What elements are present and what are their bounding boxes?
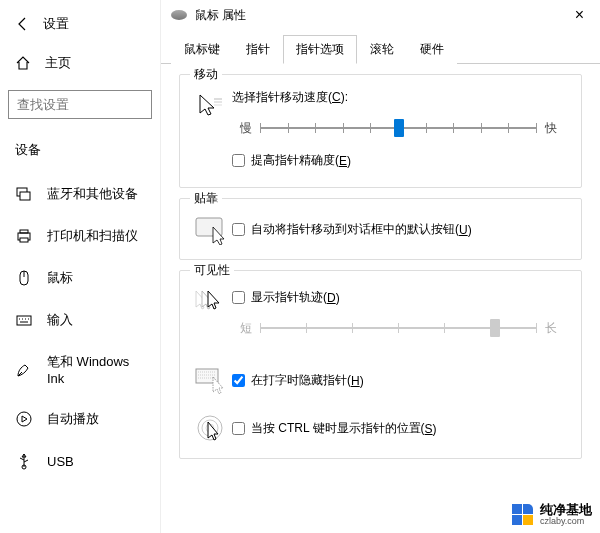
enhance-precision-checkbox[interactable]: 提高指针精确度(E): [232, 152, 565, 169]
enhance-precision-input[interactable]: [232, 154, 245, 167]
sidebar-item-autoplay[interactable]: 自动播放: [0, 398, 160, 440]
snap-legend: 贴靠: [190, 190, 222, 207]
bluetooth-icon: [15, 185, 33, 203]
visibility-legend: 可见性: [190, 262, 234, 279]
sidebar-item-typing[interactable]: 输入: [0, 299, 160, 341]
snap-group: 贴靠 自动将指针移动到对话框中的默认按钮(U): [179, 198, 582, 260]
pen-icon: [15, 361, 33, 379]
mouse-properties-dialog: 鼠标 属性 × 鼠标键 指针 指针选项 滚轮 硬件 移动: [160, 0, 600, 533]
sidebar-home[interactable]: 主页: [0, 46, 160, 80]
sidebar-item-label: 输入: [47, 311, 73, 329]
speed-label: 选择指针移动速度(C):: [232, 89, 565, 106]
ctrl-locate-checkbox[interactable]: 当按 CTRL 键时显示指针的位置(S): [232, 420, 565, 437]
svg-rect-7: [17, 316, 31, 325]
settings-title: 设置: [43, 15, 69, 33]
sidebar-item-bluetooth[interactable]: 蓝牙和其他设备: [0, 173, 160, 215]
watermark-logo-icon: [512, 504, 534, 526]
ctrl-locate-icon: [192, 410, 232, 444]
sidebar-item-label: 蓝牙和其他设备: [47, 185, 138, 203]
tab-wheel[interactable]: 滚轮: [357, 35, 407, 64]
mouse-title-icon: [171, 10, 187, 20]
dialog-title-text: 鼠标 属性: [195, 7, 246, 24]
search-input-container[interactable]: [8, 90, 152, 119]
tab-buttons[interactable]: 鼠标键: [171, 35, 233, 64]
sidebar-item-label: USB: [47, 454, 74, 469]
svg-rect-1: [20, 192, 30, 200]
ctrl-locate-input[interactable]: [232, 422, 245, 435]
watermark-url: czlaby.com: [540, 517, 592, 527]
sidebar-item-pen[interactable]: 笔和 Windows Ink: [0, 341, 160, 398]
tab-pointers[interactable]: 指针: [233, 35, 283, 64]
settings-sidebar: 设置 主页 设备 蓝牙和其他设备 打印机和扫描仪: [0, 0, 160, 533]
slow-label: 慢: [232, 120, 260, 137]
mouse-icon: [15, 269, 33, 287]
motion-legend: 移动: [190, 66, 222, 83]
search-input[interactable]: [17, 97, 143, 112]
motion-group: 移动 选择指针移动速度(C): 慢: [179, 74, 582, 188]
usb-icon: [15, 452, 33, 470]
trails-checkbox[interactable]: 显示指针轨迹(D): [232, 289, 565, 306]
visibility-group: 可见性 显示指针轨迹(D): [179, 270, 582, 459]
long-label: 长: [537, 320, 565, 337]
home-icon: [15, 55, 31, 71]
back-icon[interactable]: [15, 16, 31, 32]
speed-slider[interactable]: [260, 116, 537, 140]
sidebar-item-mouse[interactable]: 鼠标: [0, 257, 160, 299]
tab-hardware[interactable]: 硬件: [407, 35, 457, 64]
svg-point-14: [17, 412, 31, 426]
dialog-tabs: 鼠标键 指针 指针选项 滚轮 硬件: [161, 34, 600, 64]
sidebar-section-label: 设备: [0, 137, 160, 163]
snap-checkbox[interactable]: 自动将指针移动到对话框中的默认按钮(U): [232, 221, 565, 238]
svg-rect-4: [20, 238, 28, 242]
sidebar-item-label: 笔和 Windows Ink: [47, 353, 145, 386]
trails-slider: [260, 316, 537, 340]
fast-label: 快: [537, 120, 565, 137]
snap-icon: [192, 213, 232, 245]
sidebar-item-label: 鼠标: [47, 269, 73, 287]
tab-pointer-options[interactable]: 指针选项: [283, 35, 357, 64]
hide-typing-input[interactable]: [232, 374, 245, 387]
home-label: 主页: [45, 54, 71, 72]
hide-typing-icon: [192, 364, 232, 394]
printer-icon: [15, 227, 33, 245]
close-icon[interactable]: ×: [569, 6, 590, 24]
hide-typing-checkbox[interactable]: 在打字时隐藏指针(H): [232, 372, 565, 389]
autoplay-icon: [15, 410, 33, 428]
sidebar-item-usb[interactable]: USB: [0, 440, 160, 482]
keyboard-icon: [15, 311, 33, 329]
snap-input[interactable]: [232, 223, 245, 236]
short-label: 短: [232, 320, 260, 337]
motion-cursor-icon: [192, 89, 232, 121]
svg-rect-3: [20, 230, 28, 233]
watermark: 纯净基地 czlaby.com: [512, 503, 592, 527]
sidebar-item-label: 自动播放: [47, 410, 99, 428]
sidebar-item-printers[interactable]: 打印机和扫描仪: [0, 215, 160, 257]
trails-icon: [192, 285, 232, 315]
watermark-name: 纯净基地: [540, 503, 592, 517]
trails-input[interactable]: [232, 291, 245, 304]
sidebar-item-label: 打印机和扫描仪: [47, 227, 138, 245]
dialog-titlebar: 鼠标 属性 ×: [161, 0, 600, 30]
